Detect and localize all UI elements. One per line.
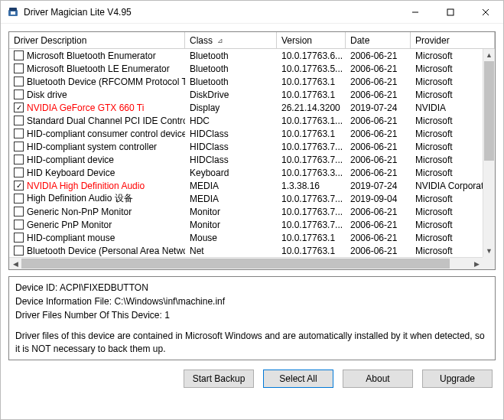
cell-class: HIDClass — [185, 140, 277, 153]
table-row[interactable]: ✓NVIDIA GeForce GTX 660 TiDisplay26.21.1… — [9, 101, 483, 114]
cell-provider: Microsoft — [411, 192, 483, 205]
col-header-description[interactable]: Driver Description — [9, 32, 185, 48]
scroll-up-icon[interactable]: ▲ — [483, 49, 495, 61]
select-all-button[interactable]: Select All — [263, 370, 333, 388]
cell-description: HID-compliant system controller — [9, 140, 185, 153]
cell-description: Generic Non-PnP Monitor — [9, 205, 185, 218]
cell-description: Bluetooth Device (RFCOMM Protocol TDI) — [9, 75, 185, 88]
cell-description: Disk drive — [9, 88, 185, 101]
row-checkbox[interactable] — [14, 90, 24, 99]
cell-provider: Microsoft — [411, 231, 483, 244]
table-row[interactable]: ✓NVIDIA High Definition AudioMEDIA1.3.38… — [9, 179, 483, 192]
table-row[interactable]: HID-compliant consumer control deviceHID… — [9, 127, 483, 140]
row-checkbox[interactable] — [14, 168, 24, 177]
cell-provider: Microsoft — [411, 127, 483, 140]
scroll-thumb-horizontal[interactable] — [21, 259, 450, 269]
svg-rect-1 — [9, 8, 17, 11]
list-body: Microsoft Bluetooth EnumeratorBluetooth1… — [9, 49, 495, 269]
driver-description: HID Keyboard Device — [27, 168, 115, 178]
cell-description: Standard Dual Channel PCI IDE Controller — [9, 114, 185, 127]
col-header-date[interactable]: Date — [346, 32, 411, 48]
col-header-provider[interactable]: Provider — [411, 32, 495, 48]
table-row[interactable]: HID-compliant mouseMouse10.0.17763.12006… — [9, 231, 483, 244]
driver-description: High Definition Audio 设备 — [27, 192, 133, 205]
cell-version: 10.0.17763.7... — [277, 205, 346, 218]
row-checkbox[interactable] — [14, 194, 24, 203]
row-checkbox[interactable] — [14, 142, 24, 151]
row-checkbox[interactable] — [14, 246, 24, 256]
table-row[interactable]: Microsoft Bluetooth EnumeratorBluetooth1… — [9, 49, 483, 62]
row-checkbox[interactable] — [14, 116, 24, 125]
table-row[interactable]: High Definition Audio 设备MEDIA10.0.17763.… — [9, 192, 483, 205]
cell-class: Display — [185, 101, 277, 114]
cell-class: HIDClass — [185, 127, 277, 140]
table-row[interactable]: Bluetooth Device (Personal Area Network)… — [9, 244, 483, 257]
cell-date: 2006-06-21 — [346, 75, 411, 88]
scroll-left-icon[interactable]: ◀ — [9, 258, 21, 269]
vertical-scrollbar[interactable]: ▲ ▼ — [483, 49, 495, 257]
table-row[interactable]: Bluetooth Device (RFCOMM Protocol TDI)Bl… — [9, 75, 483, 88]
row-checkbox[interactable] — [14, 50, 24, 60]
driver-list-panel: Driver Description Class⊿ Version Date P… — [8, 31, 496, 270]
table-row[interactable]: HID-compliant system controllerHIDClass1… — [9, 140, 483, 153]
scroll-thumb-vertical[interactable] — [484, 61, 494, 161]
row-checkbox[interactable] — [14, 129, 24, 138]
cell-description: Bluetooth Device (Personal Area Network) — [9, 244, 185, 257]
cell-provider: Microsoft — [411, 114, 483, 127]
table-row[interactable]: HID Keyboard DeviceKeyboard10.0.17763.3.… — [9, 166, 483, 179]
cell-class: Keyboard — [185, 166, 277, 179]
info-file-count: Driver Files Number Of This Device: 1 — [15, 309, 489, 322]
start-backup-button[interactable]: Start Backup — [184, 370, 254, 388]
table-row[interactable]: Disk driveDiskDrive10.0.17763.12006-06-2… — [9, 88, 483, 101]
cell-version: 10.0.17763.1 — [277, 75, 346, 88]
cell-date: 2006-06-21 — [346, 166, 411, 179]
row-checkbox[interactable] — [14, 233, 24, 243]
cell-provider: Microsoft — [411, 88, 483, 101]
cell-provider: Microsoft — [411, 244, 483, 257]
sort-asc-icon: ⊿ — [217, 37, 223, 44]
cell-class: Bluetooth — [185, 49, 277, 62]
driver-description: Generic Non-PnP Monitor — [27, 207, 132, 217]
horizontal-scrollbar[interactable]: ◀ ▶ — [9, 257, 483, 269]
table-row[interactable]: Generic PnP MonitorMonitor10.0.17763.7..… — [9, 218, 483, 231]
col-header-version[interactable]: Version — [277, 32, 346, 48]
cell-description: High Definition Audio 设备 — [9, 192, 185, 205]
upgrade-button[interactable]: Upgrade — [422, 370, 493, 388]
cell-description: HID-compliant consumer control device — [9, 127, 185, 140]
about-button[interactable]: About — [343, 370, 413, 388]
driver-description: HID-compliant consumer control device — [27, 129, 185, 139]
table-row[interactable]: Generic Non-PnP MonitorMonitor10.0.17763… — [9, 205, 483, 218]
table-row[interactable]: HID-compliant deviceHIDClass10.0.17763.7… — [9, 153, 483, 166]
row-checkbox[interactable] — [14, 63, 24, 73]
row-checkbox[interactable]: ✓ — [14, 181, 24, 190]
row-checkbox[interactable] — [14, 77, 24, 86]
cell-date: 2019-07-24 — [346, 179, 411, 192]
cell-class: HDC — [185, 114, 277, 127]
scroll-right-icon[interactable]: ▶ — [470, 258, 483, 269]
cell-version: 10.0.17763.1... — [277, 114, 346, 127]
cell-date: 2006-06-21 — [346, 49, 411, 62]
row-checkbox[interactable] — [14, 220, 24, 230]
button-row: Start Backup Select All About Upgrade — [8, 366, 496, 394]
cell-date: 2006-06-21 — [346, 140, 411, 153]
cell-description: HID Keyboard Device — [9, 166, 185, 179]
cell-version: 10.0.17763.7... — [277, 192, 346, 205]
scroll-down-icon[interactable]: ▼ — [483, 245, 495, 257]
cell-version: 10.0.17763.1 — [277, 231, 346, 244]
table-row[interactable]: Standard Dual Channel PCI IDE Controller… — [9, 114, 483, 127]
content: Driver Description Class⊿ Version Date P… — [1, 24, 503, 419]
row-checkbox[interactable]: ✓ — [14, 103, 24, 112]
minimize-button[interactable] — [398, 1, 433, 24]
driver-description: HID-compliant system controller — [27, 142, 157, 152]
close-button[interactable] — [468, 1, 503, 24]
col-header-class[interactable]: Class⊿ — [185, 32, 277, 48]
cell-class: Bluetooth — [185, 62, 277, 75]
maximize-button[interactable] — [433, 1, 468, 24]
table-row[interactable]: Microsoft Bluetooth LE EnumeratorBluetoo… — [9, 62, 483, 75]
cell-version: 10.0.17763.6... — [277, 49, 346, 62]
cell-description: Microsoft Bluetooth Enumerator — [9, 49, 185, 62]
row-checkbox[interactable] — [14, 155, 24, 164]
info-device-id: Device ID: ACPI\FIXEDBUTTON — [15, 282, 489, 295]
row-checkbox[interactable] — [14, 207, 24, 217]
cell-version: 10.0.17763.1 — [277, 244, 346, 257]
